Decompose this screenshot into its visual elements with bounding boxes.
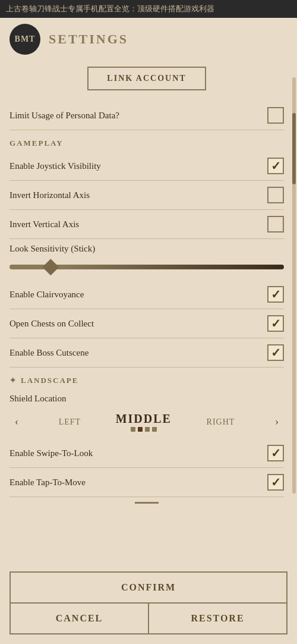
boss-cutscene-checkbox[interactable]: ✓: [267, 344, 284, 361]
boss-cutscene-row: Enable Boss Cutscene ✓: [10, 338, 284, 367]
invert-horizontal-label: Invert Horizontal Axis: [10, 190, 90, 200]
position-left[interactable]: LEFT: [59, 417, 81, 427]
dot-1: [131, 427, 135, 432]
invert-vertical-row: Invert Vertical Axis: [10, 210, 284, 239]
restore-button[interactable]: RESTORE: [148, 604, 287, 634]
nav-left-arrow[interactable]: ‹: [10, 415, 24, 429]
logo-circle: BMT: [10, 24, 40, 55]
logo-text: BMT: [15, 34, 36, 44]
scrollbar-track[interactable]: [292, 77, 296, 494]
open-chests-row: Open Chests on Collect ✓: [10, 309, 284, 338]
slider-track: [10, 265, 284, 269]
invert-horizontal-row: Invert Horizontal Axis: [10, 181, 284, 210]
invert-vertical-checkbox[interactable]: [267, 216, 284, 233]
bottom-buttons: CONFIRM CANCEL RESTORE: [0, 562, 297, 644]
nav-right-arrow[interactable]: ›: [270, 415, 284, 429]
shield-location-label: Shield Location: [10, 389, 284, 410]
joystick-label: Enable Joystick Visibility: [10, 161, 101, 171]
open-chests-checkbox[interactable]: ✓: [267, 315, 284, 332]
top-bar-text: 上古卷轴刀锋战士专属手机配置全览：顶级硬件搭配游戏利器: [6, 4, 214, 13]
bottom-row: CANCEL RESTORE: [10, 604, 287, 634]
settings-title: SETTINGS: [49, 32, 128, 47]
swipe-to-look-row: Enable Swipe-To-Look ✓: [10, 439, 284, 468]
clairvoyance-row: Enable Clairvoyance ✓: [10, 280, 284, 309]
position-right[interactable]: RIGHT: [207, 417, 235, 427]
dot-3: [145, 427, 150, 432]
position-dots: [116, 427, 172, 432]
privacy-row: Limit Usage of Personal Data?: [10, 101, 284, 130]
clairvoyance-label: Enable Clairvoyance: [10, 290, 84, 300]
landscape-header: ✦ LANDSCAPE: [10, 367, 284, 389]
privacy-label: Limit Usage of Personal Data?: [10, 111, 119, 121]
confirm-button[interactable]: CONFIRM: [10, 571, 287, 604]
position-middle[interactable]: MIDDLE: [116, 412, 172, 426]
swipe-to-look-checkbox[interactable]: ✓: [267, 445, 284, 461]
invert-horizontal-checkbox[interactable]: [267, 187, 284, 203]
invert-vertical-label: Invert Vertical Axis: [10, 219, 79, 230]
swipe-to-look-label: Enable Swipe-To-Look: [10, 448, 93, 458]
position-selector: ‹ LEFT MIDDLE RIGHT ›: [10, 410, 284, 439]
dot-4: [152, 427, 157, 432]
tap-to-move-label: Enable Tap-To-Move: [10, 477, 86, 488]
link-account-button[interactable]: LINK ACCOUNT: [87, 67, 206, 90]
tap-to-move-checkbox[interactable]: ✓: [267, 474, 284, 491]
look-sensitivity-section: Look Sensitivity (Stick): [10, 239, 284, 280]
scrollbar-thumb[interactable]: [292, 113, 296, 184]
gameplay-header: GAMEPLAY: [10, 130, 284, 152]
privacy-checkbox[interactable]: [267, 107, 284, 124]
dot-2: [138, 427, 143, 432]
joystick-row: Enable Joystick Visibility ✓: [10, 152, 284, 181]
cancel-button[interactable]: CANCEL: [10, 604, 148, 634]
clairvoyance-checkbox[interactable]: ✓: [267, 286, 284, 303]
slider-container[interactable]: [10, 259, 284, 275]
settings-header: BMT SETTINGS: [0, 18, 297, 61]
divider: [135, 502, 159, 504]
top-bar: 上古卷轴刀锋战士专属手机配置全览：顶级硬件搭配游戏利器: [0, 0, 297, 18]
slider-thumb[interactable]: [42, 259, 59, 275]
tap-to-move-row: Enable Tap-To-Move ✓: [10, 468, 284, 497]
open-chests-label: Open Chests on Collect: [10, 319, 94, 329]
look-sensitivity-label: Look Sensitivity (Stick): [10, 244, 284, 254]
joystick-checkbox[interactable]: ✓: [267, 158, 284, 174]
boss-cutscene-label: Enable Boss Cutscene: [10, 348, 89, 358]
position-middle-container: MIDDLE: [116, 412, 172, 432]
